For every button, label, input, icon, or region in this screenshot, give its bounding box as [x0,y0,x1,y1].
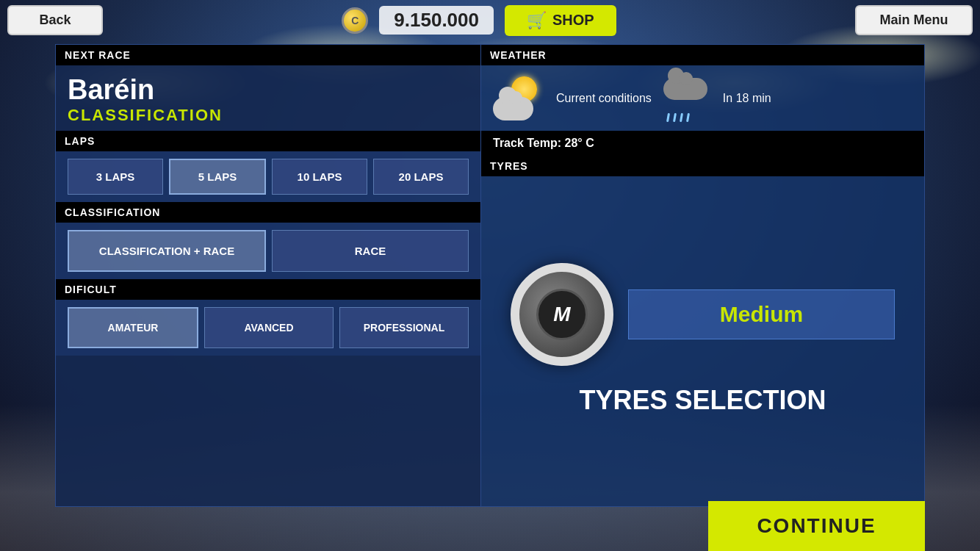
tyre-row: M Medium [496,256,909,373]
race-subtitle: CLASSIFICATION [68,106,469,125]
difficulty-buttons: AMATEUR AVANCED PROFESSIONAL [56,300,480,356]
coin-icon: C [342,7,368,34]
left-panel: NEXT RACE Baréin CLASSIFICATION LAPS 3 L… [55,44,481,507]
weather-time: In 18 min [723,92,771,105]
main-area: NEXT RACE Baréin CLASSIFICATION LAPS 3 L… [55,44,925,507]
difficulty-section: DIFICULT AMATEUR AVANCED PROFESSIONAL [56,279,480,356]
tyre-visual: M [511,263,613,366]
back-button[interactable]: Back [7,5,103,35]
lap-btn-3[interactable]: 3 LAPS [68,159,163,195]
laps-section: LAPS 3 LAPS 5 LAPS 10 LAPS 20 LAPS [56,131,480,202]
weather-current-text: Current conditions [556,92,652,105]
laps-buttons: 3 LAPS 5 LAPS 10 LAPS 20 LAPS [56,151,480,202]
weather-header: WEATHER [481,45,924,65]
lap-btn-10[interactable]: 10 LAPS [272,159,367,195]
next-race-header: NEXT RACE [56,45,480,65]
rain-drop-3 [680,113,683,122]
class-btn-race[interactable]: RACE [272,230,469,272]
tyre-name: Medium [720,302,803,327]
track-temp: Track Temp: 28° C [481,131,924,156]
rain-drops [667,113,689,122]
shop-label: SHOP [552,12,594,29]
race-name: Baréin [68,74,469,106]
cloud-shape [493,97,533,120]
diff-btn-professional[interactable]: PROFESSIONAL [339,307,469,348]
race-title-area: Baréin CLASSIFICATION [56,65,480,131]
classification-header: CLASSIFICATION [56,202,480,223]
tyre-name-box[interactable]: Medium [628,289,895,339]
sun-cloud-icon [493,76,544,120]
weather-area: Current conditions In 18 min [481,65,924,131]
difficulty-header: DIFICULT [56,279,480,300]
continue-button[interactable]: CONTINUE [708,501,925,551]
rain-drop-2 [673,113,677,122]
cart-icon: 🛒 [527,11,547,30]
tyres-area: M Medium TYRES SELECTION [481,176,924,506]
classification-section: CLASSIFICATION CLASSIFICATION + RACE RAC… [56,202,480,279]
tyre-letter: M [553,303,570,326]
class-btn-classification-race[interactable]: CLASSIFICATION + RACE [68,230,266,272]
rain-drop-1 [666,113,670,122]
diff-btn-avanced[interactable]: AVANCED [204,307,334,348]
tyre-inner: M [536,289,588,340]
tyres-header: TYRES [481,156,924,176]
laps-header: LAPS [56,131,480,151]
rain-drop-4 [686,113,690,122]
classification-buttons: CLASSIFICATION + RACE RACE [56,223,480,279]
right-panel: WEATHER Current conditions In 18 min T [481,44,925,507]
topbar-center: C 9.150.000 🛒 SHOP [342,5,616,36]
rain-cloud-body [663,78,707,100]
tyres-selection-label: TYRES SELECTION [567,373,837,428]
shop-button[interactable]: 🛒 SHOP [505,5,616,36]
lap-btn-5[interactable]: 5 LAPS [169,159,266,195]
diff-btn-amateur[interactable]: AMATEUR [68,307,198,348]
lap-btn-20[interactable]: 20 LAPS [373,159,469,195]
currency-amount: 9.150.000 [379,6,494,35]
rain-cloud-icon [663,74,711,122]
main-menu-button[interactable]: Main Menu [855,5,973,35]
topbar: Back C 9.150.000 🛒 SHOP Main Menu [0,0,980,40]
